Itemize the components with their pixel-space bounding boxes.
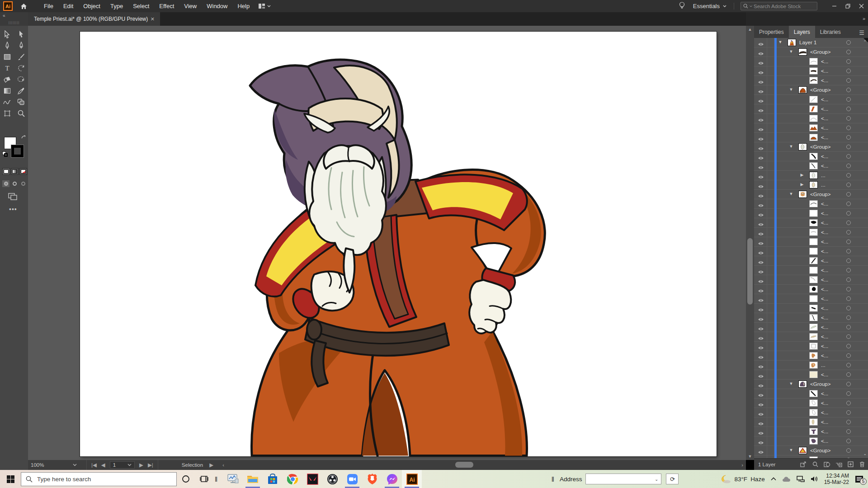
layer-label[interactable]: <Group> xyxy=(810,448,830,453)
gradient-tool[interactable] xyxy=(1,85,14,96)
layer-row[interactable]: <... xyxy=(754,351,868,361)
layer-thumbnail[interactable] xyxy=(798,447,807,454)
layer-row[interactable]: <... xyxy=(754,389,868,399)
layer-label[interactable]: ... xyxy=(821,173,826,178)
layer-thumbnail[interactable] xyxy=(798,191,807,198)
layer-label[interactable]: <Group> xyxy=(810,144,830,150)
target-circle[interactable] xyxy=(846,192,851,197)
layer-row[interactable]: <... xyxy=(754,104,868,114)
minimize-button[interactable] xyxy=(827,0,841,12)
layer-thumbnail[interactable] xyxy=(809,343,818,350)
layer-row[interactable]: <... xyxy=(754,332,868,342)
discover-lightbulb-icon[interactable] xyxy=(679,2,685,11)
new-sublayer-icon[interactable] xyxy=(833,461,844,467)
layer-label[interactable]: Layer 1 xyxy=(799,40,816,45)
target-circle[interactable] xyxy=(846,59,851,64)
onedrive-cloud-icon[interactable] xyxy=(782,476,791,482)
taskbar-app-microsoft-store[interactable] xyxy=(263,470,283,488)
target-circle[interactable] xyxy=(846,164,851,168)
layer-thumbnail[interactable] xyxy=(809,162,818,169)
target-circle[interactable] xyxy=(846,230,851,235)
layer-label[interactable]: <... xyxy=(821,277,828,282)
vertical-scroll-thumb[interactable] xyxy=(747,238,753,305)
target-circle[interactable] xyxy=(846,315,851,320)
layer-thumbnail[interactable] xyxy=(809,324,818,331)
layer-label[interactable]: <... xyxy=(821,400,828,406)
volume-icon[interactable] xyxy=(811,476,818,482)
target-circle[interactable] xyxy=(846,126,851,130)
pen-tool[interactable] xyxy=(1,40,14,51)
layer-thumbnail[interactable] xyxy=(809,134,818,141)
layer-thumbnail[interactable] xyxy=(809,314,818,321)
canvas-pasteboard[interactable] xyxy=(28,26,746,460)
previous-artboard-icon[interactable]: ◀ xyxy=(101,462,105,468)
layer-label[interactable]: <... xyxy=(821,163,828,169)
chevron-down-icon[interactable]: ▼ xyxy=(788,144,794,149)
panel-menu-icon[interactable]: ☰ xyxy=(859,29,864,38)
target-circle[interactable] xyxy=(846,344,851,348)
layer-label[interactable]: <... xyxy=(821,267,828,273)
paint-color-button[interactable] xyxy=(2,168,10,175)
target-circle[interactable] xyxy=(846,391,851,396)
target-circle[interactable] xyxy=(846,145,851,149)
layer-label[interactable]: <... xyxy=(821,258,828,263)
target-circle[interactable] xyxy=(846,116,851,121)
next-artboard-icon[interactable]: ▶ xyxy=(139,462,143,468)
target-circle[interactable] xyxy=(846,239,851,244)
taskbar-app-zoom[interactable] xyxy=(342,470,362,488)
layer-row[interactable]: <... xyxy=(754,161,868,171)
layer-row[interactable]: <... xyxy=(754,57,868,66)
layer-row[interactable]: <... xyxy=(754,399,868,408)
layer-thumbnail[interactable] xyxy=(809,77,818,84)
horizontal-scroll-thumb[interactable] xyxy=(455,462,473,468)
layer-row[interactable]: <... xyxy=(754,152,868,161)
artboard[interactable] xyxy=(80,32,717,456)
taskbar-app-valorant[interactable] xyxy=(302,470,322,488)
layer-label[interactable]: <... xyxy=(821,106,828,112)
layer-thumbnail[interactable] xyxy=(809,399,818,407)
taskbar-app-chrome[interactable] xyxy=(283,470,302,488)
layer-thumbnail[interactable] xyxy=(809,153,818,160)
chevron-down-icon[interactable]: ▼ xyxy=(788,49,794,54)
target-circle[interactable] xyxy=(846,410,851,415)
layer-thumbnail[interactable] xyxy=(809,428,818,435)
layer-row[interactable]: <... xyxy=(754,114,868,123)
layer-label[interactable]: ... xyxy=(821,362,826,368)
layer-row[interactable]: <... xyxy=(754,209,868,218)
cortana-icon[interactable] xyxy=(177,470,195,488)
edit-toolbar-icon[interactable]: ••• xyxy=(9,206,17,213)
target-circle[interactable] xyxy=(846,50,851,54)
layer-thumbnail[interactable] xyxy=(809,248,818,255)
layer-row[interactable]: <... xyxy=(754,95,868,104)
layer-thumbnail[interactable] xyxy=(809,437,818,445)
target-circle[interactable] xyxy=(846,429,851,434)
taskbar-app-task-manager[interactable] xyxy=(223,470,243,488)
zoom-tool[interactable] xyxy=(15,108,28,119)
paint-gradient-button[interactable] xyxy=(11,168,19,175)
target-circle[interactable] xyxy=(846,401,851,405)
vertical-scrollbar[interactable]: ▲ ▼ xyxy=(746,26,754,460)
notification-center-icon[interactable]: 5 xyxy=(855,475,863,483)
layer-thumbnail[interactable] xyxy=(809,361,818,369)
tab-libraries[interactable]: Libraries xyxy=(815,26,846,38)
menu-edit[interactable]: Edit xyxy=(58,0,78,12)
target-circle[interactable] xyxy=(846,258,851,263)
layer-row[interactable]: ▼<Group> xyxy=(754,47,868,57)
shaper-tool[interactable] xyxy=(1,96,14,108)
rotate-view-tool[interactable] xyxy=(15,74,28,85)
layer-label[interactable]: <... xyxy=(821,125,828,131)
target-circle[interactable] xyxy=(846,78,851,83)
paint-none-button[interactable] xyxy=(19,168,27,175)
layer-label[interactable]: <... xyxy=(821,286,828,292)
layer-thumbnail[interactable] xyxy=(809,96,818,103)
layer-row[interactable]: <... xyxy=(754,237,868,247)
layer-label[interactable]: <... xyxy=(821,324,828,330)
layer-label[interactable]: <... xyxy=(821,220,828,225)
layer-thumbnail[interactable] xyxy=(798,48,807,56)
chevron-down-icon[interactable]: ▼ xyxy=(778,40,783,44)
layer-row[interactable]: <... xyxy=(754,408,868,418)
collapse-panels-icon[interactable]: » xyxy=(863,16,864,21)
layer-thumbnail[interactable] xyxy=(809,418,818,426)
layer-thumbnail[interactable] xyxy=(809,286,818,293)
swap-fill-stroke-icon[interactable] xyxy=(21,135,26,141)
